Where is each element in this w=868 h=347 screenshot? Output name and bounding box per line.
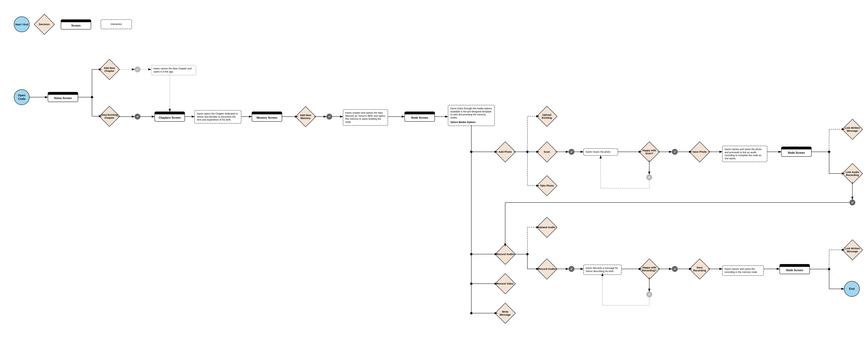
x-happy-scan (646, 175, 652, 180)
check-happy-recording (672, 266, 678, 272)
open-coda: Open Coda (14, 89, 30, 105)
link-audio-recording-label: Link Audio Recording (844, 170, 861, 177)
int-record-label: Karen Records a message for Simon descri… (586, 267, 618, 273)
legend-interaction: Interaction (101, 20, 132, 29)
x-happy-recording (646, 291, 652, 297)
happy-scan-label: Happy with Scan? (641, 149, 658, 155)
node-screen-3: Node Screen (779, 264, 810, 274)
check-link-audio (849, 199, 855, 206)
int-scan: Karen Scans the photo (583, 148, 618, 156)
int-new-memory: Karen creates and names the New Memory a… (343, 109, 388, 126)
legend-start-end-label: Start / End (15, 23, 28, 26)
add-new-chapter: Add New Chapter (99, 59, 120, 80)
int-record: Karen Records a message for Simon descri… (583, 264, 621, 275)
upload-audio: Uplaod Audio (536, 217, 557, 238)
add-photo: Add Photo (495, 141, 516, 162)
junction-media-2 (470, 253, 473, 256)
memory-screen-label: Memory Screen (252, 114, 282, 121)
edges-svg (0, 0, 868, 347)
junction-media-3 (470, 282, 473, 285)
end: End (844, 281, 860, 297)
happy-with-scan: Happy with Scan? (639, 141, 660, 162)
int-scan-label: Karen Scans the photo (586, 151, 610, 153)
int-open-chapter-label: Karen opens the Chapter dedicated to Sim… (197, 112, 238, 121)
junction-link1 (828, 151, 831, 153)
scan: Scan (536, 141, 557, 162)
add-new-chapter-label: Add New Chapter (101, 66, 118, 72)
int-new-chapter: Karen names the New Chapter and saves it… (151, 65, 196, 75)
record-video-label: Record Video (497, 282, 514, 285)
save-recording: Save Recording (689, 258, 710, 279)
chapters-screen-label: Chapters Screen (155, 114, 185, 121)
take-photo: Take Photo (536, 175, 557, 196)
end-label: End (849, 287, 855, 291)
open-coda-label: Open Coda (14, 94, 29, 101)
chapters-screen: Chapters Screen (155, 112, 185, 122)
add-photo-label: Add Photo (499, 150, 512, 153)
legend-screen: Screen (61, 20, 91, 30)
record-video: Record Video (495, 273, 516, 294)
link-written-msg-2-label: Link Written Message (844, 247, 861, 253)
home-screen-label: Home Screen (48, 95, 78, 102)
add-new-memory-label: Add New Memory (297, 114, 314, 120)
legend-start-end: Start / End (14, 17, 30, 32)
check-happy-scan (672, 149, 678, 155)
select-media-title: Select Media Option: (450, 121, 492, 124)
take-photo-label: Take Photo (540, 184, 554, 187)
node-screen-2: Node Screen (781, 147, 812, 157)
link-written-msg-1-label: Link Written Message (844, 126, 861, 132)
node-screen-3-label: Node Screen (780, 267, 809, 274)
write-message-label: Write Message (496, 310, 514, 316)
int-media-options: Karen looks through the media options av… (448, 105, 495, 126)
record-audio-media: Record Audio (495, 244, 516, 264)
int-save-photo: Karen names and saves the photo and proc… (722, 146, 767, 162)
int-media-options-text: Karen looks through the media options av… (450, 107, 492, 119)
node-screen-label: Node Screen (405, 114, 435, 121)
int-save-recording-label: Karen names and saves the recording in t… (724, 267, 757, 274)
junction-media-1 (470, 151, 473, 153)
int-save-photo-label: Karen names and saves the photo and proc… (724, 148, 762, 160)
junction-audio-branch (526, 253, 529, 256)
legend-decision-label: Decision (39, 23, 50, 26)
upload-existing: Upload Existing (536, 106, 557, 127)
legend-screen-label: Screen (61, 22, 91, 29)
link-audio-recording: Link Audio Recording (842, 163, 863, 184)
home-screen: Home Screen (48, 92, 78, 102)
record-audio-2: Record Audio (536, 258, 557, 279)
check-add-memory (327, 114, 332, 120)
add-new-memory: Add New Memory (295, 106, 316, 127)
view-existing-chapter-label: View Existing Chapter (101, 113, 118, 119)
upload-audio-label: Uplaod Audio (538, 226, 555, 229)
check-record-audio (568, 266, 575, 272)
write-message: Write Message (495, 303, 516, 323)
junction-media-4 (470, 312, 473, 315)
happy-with-recording: Happy with Recording? (639, 258, 660, 279)
save-recording-label: Save Recording (691, 266, 708, 272)
check-add-chapter (134, 66, 141, 72)
check-scan (568, 149, 575, 155)
record-audio-2-label: Record Audio (538, 267, 555, 270)
legend-decision: Decision (34, 14, 55, 35)
legend-interaction-label: Interaction (111, 23, 122, 26)
int-new-memory-label: Karen creates and names the New Memory a… (345, 112, 385, 123)
check-view-chapter (134, 114, 141, 120)
node-screen: Node Screen (404, 112, 435, 122)
link-written-msg-1: Link Written Message (842, 119, 863, 140)
memory-screen: Memory Screen (252, 112, 282, 122)
upload-existing-label: Upload Existing (538, 113, 556, 119)
junction-photo-branch (526, 151, 529, 153)
node-screen-2-label: Node Screen (781, 149, 811, 156)
link-written-msg-2: Link Written Message (842, 240, 863, 260)
scan-label: Scan (544, 150, 550, 153)
save-photo-label: Save Photo (692, 150, 707, 153)
happy-recording-label: Happy with Recording? (641, 266, 658, 272)
save-photo: Save Photo (689, 141, 710, 162)
int-save-recording: Karen names and saves the recording in t… (722, 265, 764, 276)
junction-link2 (828, 268, 831, 271)
junction-chapter-branch (91, 96, 94, 99)
record-audio-media-label: Record Audio (497, 253, 514, 256)
int-open-chapter: Karen opens the Chapter dedicated to Sim… (194, 110, 241, 124)
view-existing-chapter: View Existing Chapter (99, 106, 120, 127)
int-new-chapter-label: Karen names the New Chapter and saves it… (153, 67, 191, 73)
